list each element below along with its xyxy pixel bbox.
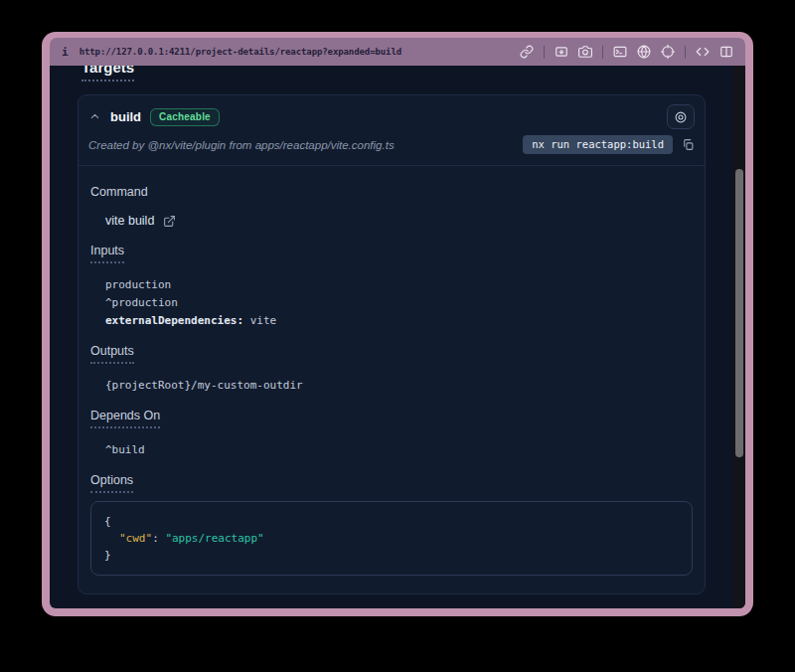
output-item: {projectRoot}/my-custom-outdir (105, 377, 693, 395)
input-item: externalDependencies: vite (105, 312, 693, 330)
copy-command-button[interactable] (682, 138, 695, 151)
crosshair-icon[interactable] (661, 45, 675, 59)
project-details-page: Targets build Cacheable Create (50, 66, 745, 608)
input-key-value: vite (243, 314, 276, 327)
view-target-button[interactable] (667, 104, 695, 129)
cacheable-badge: Cacheable (150, 108, 220, 126)
scrollbar-thumb[interactable] (735, 169, 743, 457)
copy-icon (682, 138, 695, 151)
browser-window: i http://127.0.0.1:4211/project-details/… (42, 32, 753, 616)
build-card-subheader: Created by @nx/vite/plugin from apps/rea… (79, 132, 705, 166)
input-item: production (105, 276, 693, 294)
globe-icon[interactable] (637, 45, 651, 59)
page-title-text: Targets (81, 66, 134, 82)
outputs-section-label: Outputs (90, 343, 693, 364)
command-value-row: vite build (105, 213, 693, 229)
json-colon: : (152, 532, 165, 545)
open-config-link[interactable] (163, 215, 176, 228)
json-close-brace: } (104, 547, 679, 564)
command-section-label: Command (90, 184, 693, 200)
command-value: vite build (105, 213, 154, 229)
toolbar-icons (520, 45, 733, 59)
camera-icon[interactable] (578, 45, 592, 59)
build-card-body: Command vite build Inputs production ^pr… (79, 166, 705, 593)
depends-on-item: ^build (105, 441, 693, 459)
target-name: build (110, 109, 141, 124)
options-json-block: { "cwd": "apps/reactapp" } (90, 501, 693, 576)
split-view-icon[interactable] (719, 45, 733, 59)
link-icon[interactable] (520, 45, 534, 59)
save-frame-icon[interactable] (555, 45, 568, 59)
created-by-text: Created by @nx/vite/plugin from apps/rea… (88, 139, 395, 151)
scrollbar-track[interactable] (733, 66, 745, 608)
info-icon: i (62, 46, 69, 59)
terminal-icon[interactable] (613, 45, 627, 59)
input-key: externalDependencies: (105, 314, 243, 327)
depends-on-list: ^build (105, 441, 693, 459)
external-link-icon (163, 215, 176, 228)
target-card-build: build Cacheable Created by @nx/vite/plug… (78, 94, 706, 594)
code-icon[interactable] (696, 45, 710, 59)
eye-icon (674, 110, 688, 124)
browser-toolbar: i http://127.0.0.1:4211/project-details/… (50, 38, 745, 66)
toolbar-divider (602, 46, 603, 59)
json-open-brace: { (104, 513, 679, 530)
input-item: ^production (105, 294, 693, 312)
build-card-header[interactable]: build Cacheable (79, 95, 705, 132)
run-command-chip: nx run reactapp:build (523, 135, 673, 154)
inputs-section-label: Inputs (90, 243, 693, 263)
json-string-value: "apps/reactapp" (165, 532, 263, 545)
browser-viewport: Targets build Cacheable Create (50, 66, 745, 608)
json-property-line: "cwd": "apps/reactapp" (104, 530, 679, 547)
desktop-background: i http://127.0.0.1:4211/project-details/… (0, 0, 795, 672)
toolbar-divider (544, 46, 545, 59)
outputs-list: {projectRoot}/my-custom-outdir (105, 377, 693, 395)
url-text[interactable]: http://127.0.0.1:4211/project-details/re… (80, 47, 401, 57)
chevron-up-icon[interactable] (88, 110, 101, 123)
depends-on-section-label: Depends On (90, 408, 693, 428)
page-title: Targets (81, 66, 706, 82)
options-section-label: Options (90, 472, 693, 493)
toolbar-divider (685, 46, 686, 59)
json-key: "cwd" (119, 532, 152, 545)
inputs-list: production ^production externalDependenc… (105, 276, 693, 330)
